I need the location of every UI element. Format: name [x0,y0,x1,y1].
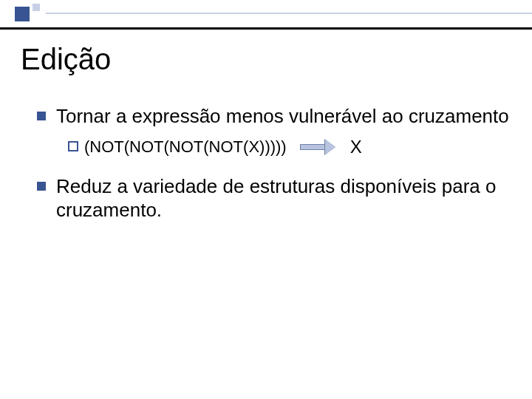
arrow-icon [300,141,337,153]
bullet-text: Reduz a variedade de estruturas disponív… [56,175,496,222]
result-text: X [350,136,362,158]
bullet-item: Tornar a expressão menos vulnerável ao c… [37,104,511,158]
sub-bullet-list: (NOT(NOT(NOT(NOT(X))))) X [56,136,511,158]
bullet-item: Reduz a variedade de estruturas disponív… [37,174,511,222]
bullet-text: Tornar a expressão menos vulnerável ao c… [56,105,509,127]
slide-title: Edição [21,43,511,76]
accent-line [46,13,532,14]
expression-text: (NOT(NOT(NOT(NOT(X))))) [84,137,287,157]
accent-square-large [15,7,30,21]
header-decoration [0,0,532,30]
accent-square-small [33,4,40,11]
sub-bullet-item: (NOT(NOT(NOT(NOT(X))))) X [68,136,511,158]
bullet-list: Tornar a expressão menos vulnerável ao c… [21,104,511,222]
slide-body: Edição Tornar a expressão menos vulneráv… [0,43,532,399]
